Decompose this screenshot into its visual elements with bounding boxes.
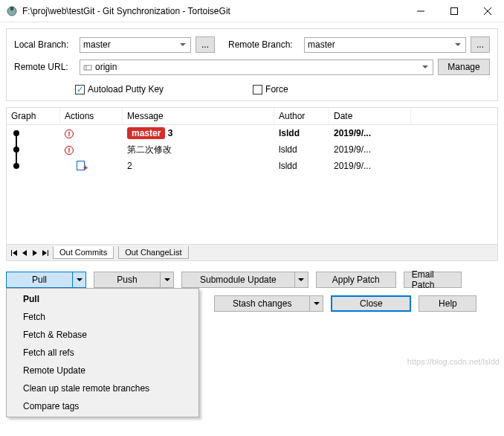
watermark: https://blog.csdn.net/lsldd xyxy=(407,357,500,366)
window-title: F:\proj\web\testGit - Git Synchronizatio… xyxy=(22,6,404,16)
remote-icon xyxy=(83,63,92,72)
stash-dropdown-arrow[interactable] xyxy=(310,295,323,312)
col-graph[interactable]: Graph xyxy=(7,108,60,124)
svg-rect-6 xyxy=(84,65,91,70)
col-author[interactable]: Author xyxy=(274,108,329,124)
minimize-button[interactable] xyxy=(404,0,437,22)
grid-header: Graph Actions Message Author Date xyxy=(7,108,497,125)
svg-point-11 xyxy=(13,147,19,153)
remote-branch-browse-button[interactable]: ... xyxy=(471,36,490,53)
local-branch-browse-button[interactable]: ... xyxy=(196,36,215,53)
menu-item-cleanup-stale[interactable]: Clean up stale remote branches xyxy=(8,379,197,397)
commits-grid: Graph Actions Message Author Date ! mast… xyxy=(6,107,498,261)
actions-cell: ! xyxy=(60,128,123,138)
titlebar: F:\proj\web\testGit - Git Synchronizatio… xyxy=(0,0,504,22)
author-cell: lsldd xyxy=(274,128,329,138)
graph-cell xyxy=(7,158,60,174)
svg-rect-15 xyxy=(11,250,12,256)
email-patch-button[interactable]: Email Patch xyxy=(404,272,462,288)
pull-dropdown-arrow[interactable] xyxy=(73,272,86,288)
col-date[interactable]: Date xyxy=(329,108,411,124)
action-bar: Pull Push Submodule Update Apply Patch E… xyxy=(0,264,504,319)
local-branch-label: Local Branch: xyxy=(14,39,75,50)
help-button[interactable]: Help xyxy=(419,295,476,312)
added-icon xyxy=(77,161,85,170)
checkbox-icon xyxy=(253,85,262,94)
actions-cell xyxy=(60,161,123,172)
nav-next-icon[interactable] xyxy=(32,248,38,258)
svg-marker-16 xyxy=(22,250,27,256)
svg-rect-3 xyxy=(450,7,457,14)
grid-navbar: Out Commits Out ChangeList xyxy=(7,244,497,260)
menu-item-compare-tags[interactable]: Compare tags xyxy=(8,397,197,415)
remote-branch-label: Remote Branch: xyxy=(228,39,300,50)
pull-dropdown-menu: Pull Fetch Fetch & Rebase Fetch all refs… xyxy=(6,288,199,417)
local-branch-select[interactable]: master xyxy=(80,37,191,53)
close-button-dialog[interactable]: Close xyxy=(331,295,411,312)
date-cell: 2019/9/... xyxy=(329,128,411,138)
col-actions[interactable]: Actions xyxy=(60,108,123,124)
author-cell: lsldd xyxy=(274,161,329,171)
svg-marker-14 xyxy=(13,250,17,256)
menu-item-remote-update[interactable]: Remote Update xyxy=(8,362,197,379)
table-row[interactable]: ! master 3 lsldd 2019/9/... xyxy=(7,125,497,141)
app-icon xyxy=(6,5,18,17)
menu-item-fetch-all-refs[interactable]: Fetch all refs xyxy=(8,344,197,362)
grid-body[interactable]: ! master 3 lsldd 2019/9/... ! 第二次修改 lsld… xyxy=(7,125,497,244)
actions-cell: ! xyxy=(60,144,123,155)
tab-out-changelist[interactable]: Out ChangeList xyxy=(118,246,188,259)
svg-marker-17 xyxy=(33,250,37,256)
stash-changes-button[interactable]: Stash changes xyxy=(214,295,323,312)
modified-icon: ! xyxy=(65,146,74,155)
menu-item-fetch-rebase[interactable]: Fetch & Rebase xyxy=(8,326,197,344)
svg-point-9 xyxy=(13,130,19,136)
force-checkbox[interactable]: Force xyxy=(253,84,288,94)
table-row[interactable]: 2 lsldd 2019/9/... xyxy=(7,158,497,174)
col-message[interactable]: Message xyxy=(123,108,274,124)
message-cell: 2 xyxy=(123,161,274,171)
nav-last-icon[interactable] xyxy=(42,248,48,258)
date-cell: 2019/9/... xyxy=(329,144,411,155)
graph-cell xyxy=(7,125,60,141)
push-dropdown-arrow[interactable] xyxy=(161,272,174,288)
remote-branch-select[interactable]: master xyxy=(304,37,466,53)
maximize-button[interactable] xyxy=(437,0,471,22)
pull-button[interactable]: Pull xyxy=(6,272,86,288)
manage-button[interactable]: Manage xyxy=(438,59,490,75)
sync-settings-panel: Local Branch: master ... Remote Branch: … xyxy=(6,28,498,101)
modified-icon: ! xyxy=(65,129,74,138)
author-cell: lsldd xyxy=(274,144,329,155)
message-cell: 第二次修改 xyxy=(123,144,274,156)
nav-prev-icon[interactable] xyxy=(22,248,28,258)
autoload-putty-checkbox[interactable]: Autoload Putty Key xyxy=(75,84,164,94)
submodule-update-button[interactable]: Submodule Update xyxy=(181,272,308,288)
remote-url-select[interactable]: origin xyxy=(80,60,433,75)
branch-badge: master xyxy=(127,127,165,139)
close-button[interactable] xyxy=(471,0,504,22)
svg-point-13 xyxy=(13,163,19,169)
svg-marker-18 xyxy=(42,250,47,256)
svg-rect-19 xyxy=(48,250,48,256)
nav-first-icon[interactable] xyxy=(11,248,17,258)
tab-out-commits[interactable]: Out Commits xyxy=(53,246,114,259)
graph-cell xyxy=(7,141,60,158)
table-row[interactable]: ! 第二次修改 lsldd 2019/9/... xyxy=(7,141,497,158)
remote-url-label: Remote URL: xyxy=(14,62,75,72)
message-cell: master 3 xyxy=(123,127,274,139)
apply-patch-button[interactable]: Apply Patch xyxy=(316,272,396,288)
push-button[interactable]: Push xyxy=(94,272,174,288)
svg-rect-1 xyxy=(10,7,13,10)
submodule-dropdown-arrow[interactable] xyxy=(295,272,308,288)
menu-item-pull[interactable]: Pull xyxy=(8,290,197,308)
menu-item-fetch[interactable]: Fetch xyxy=(8,308,197,326)
date-cell: 2019/9/... xyxy=(329,161,411,171)
checkbox-icon xyxy=(75,85,85,94)
